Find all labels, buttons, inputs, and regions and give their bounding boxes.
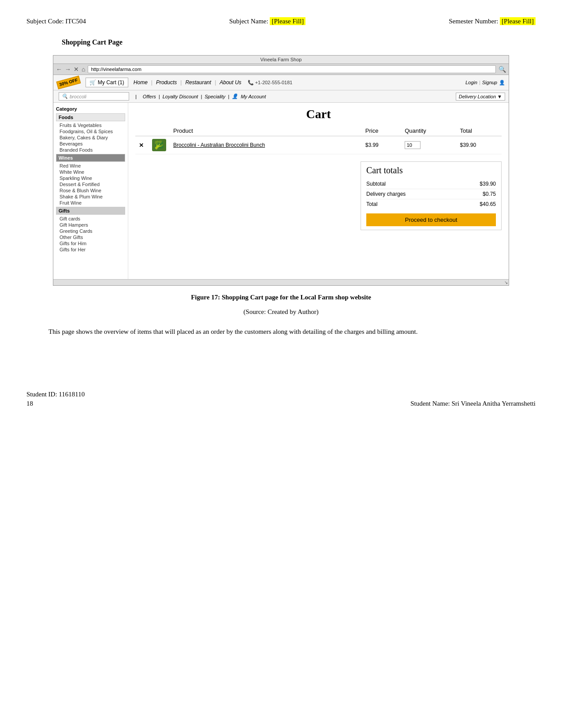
back-button[interactable]: ←	[56, 66, 62, 73]
login-signup: Login | Signup 👤	[465, 80, 505, 86]
checkout-button[interactable]: Proceed to checkout	[366, 213, 496, 226]
sale-badge-wrapper: 30% OFF	[57, 78, 80, 86]
category-header-gifts[interactable]: Gifts	[56, 207, 125, 215]
url-bar[interactable]	[88, 65, 496, 73]
cart-totals-heading: Cart totals	[366, 165, 496, 175]
list-item[interactable]: Red Wine	[56, 163, 125, 169]
delivery-location[interactable]: Delivery Location ▼	[456, 93, 505, 101]
subtotal-value: $39.90	[480, 181, 496, 187]
search-icon: 🔍	[62, 93, 68, 99]
cart-main-area: Cart Product Price Quantity Total ✕	[128, 103, 509, 279]
login-link[interactable]: Login	[465, 80, 477, 86]
col-price: Price	[362, 126, 402, 136]
list-item[interactable]: Gift Hampers	[56, 222, 125, 228]
delivery-row: Delivery charges $0.75	[366, 189, 496, 199]
semester-section: Semester Number: [Please Fill]	[449, 18, 536, 25]
list-item[interactable]: Foodgrains, Oil & Spices	[56, 128, 125, 134]
cart-icon: 🛒	[89, 79, 96, 86]
forward-button[interactable]: →	[65, 66, 71, 73]
sidebar: Category Foods Fruits & Vegetables Foodg…	[53, 103, 128, 279]
col-remove	[135, 126, 149, 136]
search-bar[interactable]: 🔍 broccoli	[59, 92, 129, 101]
category-header-foods[interactable]: Foods	[56, 113, 125, 121]
list-item[interactable]: Rose & Blush Wine	[56, 187, 125, 194]
total-value: $40.65	[480, 201, 496, 207]
search-text: broccoli	[70, 94, 86, 99]
col-quantity: Quantity	[401, 126, 456, 136]
sale-badge: 30% OFF	[56, 75, 81, 89]
subject-name-fill: [Please Fill]	[270, 17, 305, 25]
list-item[interactable]: Gifts for Him	[56, 240, 125, 246]
nav-restaurant[interactable]: Restaurant	[185, 79, 211, 86]
signup-link[interactable]: Signup	[482, 80, 497, 86]
list-item[interactable]: Fruit Wine	[56, 200, 125, 206]
phone-number: 📞 +1-202-555-0181	[248, 80, 293, 86]
category-group-gifts: Gifts Gift cards Gift Hampers Greeting C…	[56, 207, 125, 253]
col-img	[149, 126, 170, 136]
cart-heading: Cart	[135, 107, 502, 121]
subtotal-label: Subtotal	[366, 181, 386, 187]
product-image: 🥦	[152, 139, 166, 151]
col-product: Product	[170, 126, 362, 136]
scrollbar-area[interactable]: ↘	[53, 279, 509, 285]
table-row: ✕ 🥦 Broccolini - Australian Broccolini B…	[135, 136, 502, 154]
list-item[interactable]: Fruits & Vegetables	[56, 122, 125, 128]
home-nav-button[interactable]: ⌂	[82, 66, 85, 73]
col-total: Total	[457, 126, 502, 136]
delivery-value: $0.75	[483, 191, 496, 197]
subject-code: Subject Code: ITC504	[26, 18, 86, 25]
list-item[interactable]: Greeting Cards	[56, 228, 125, 234]
remove-item-button[interactable]: ✕	[139, 142, 144, 149]
page-number: 18	[26, 400, 85, 407]
list-item[interactable]: Bakery, Cakes & Diary	[56, 134, 125, 141]
list-item[interactable]: White Wine	[56, 169, 125, 175]
category-group-wines: Wines Red Wine White Wine Sparkling Wine…	[56, 154, 125, 206]
source-caption: (Source: Created by Author)	[26, 308, 536, 316]
nav-offers[interactable]: Offers	[143, 94, 156, 99]
quantity-input[interactable]	[405, 141, 421, 149]
list-item[interactable]: Shake & Plum Wine	[56, 194, 125, 200]
body-text: This page shows the overview of items th…	[26, 326, 536, 338]
list-item[interactable]: Sparkling Wine	[56, 175, 125, 181]
nav-products[interactable]: Products	[156, 79, 177, 86]
student-name: Student Name: Sri Vineela Anitha Yerrams…	[410, 400, 536, 407]
category-header-wines[interactable]: Wines	[56, 154, 125, 162]
category-group-foods: Foods Fruits & Vegetables Foodgrains, Oi…	[56, 113, 125, 153]
total-label: Total	[366, 201, 377, 207]
site-nav-second: 🔍 broccoli | Offers | Loyalty Discount |…	[53, 90, 509, 102]
product-link[interactable]: Broccolini - Australian Broccolini Bunch	[173, 142, 265, 148]
cart-table: Product Price Quantity Total ✕ 🥦 Broccol…	[135, 126, 502, 154]
browser-window: Vineela Farm Shop ← → ✕ ⌂ 🔍 30% OFF 🛒 My…	[53, 55, 509, 286]
user-icon: 👤	[499, 80, 505, 86]
nav-my-account[interactable]: My Account	[241, 94, 266, 99]
product-price: $3.99	[362, 136, 402, 154]
subtotal-row: Subtotal $39.90	[366, 179, 496, 189]
list-item[interactable]: Other Gifts	[56, 234, 125, 240]
list-item[interactable]: Beverages	[56, 141, 125, 147]
browser-search-icon: 🔍	[499, 66, 506, 73]
stop-button[interactable]: ✕	[74, 66, 79, 73]
browser-nav-bar: ← → ✕ ⌂ 🔍	[53, 64, 509, 75]
nav-loyalty-discount[interactable]: Loyalty Discount	[163, 94, 198, 99]
nav-speciality[interactable]: Speciality	[205, 94, 225, 99]
footer-left: Student ID: 11618110 18	[26, 391, 85, 407]
list-item[interactable]: Dessert & Fortified	[56, 181, 125, 187]
site-header: 30% OFF 🛒 My Cart (1) Home | Products | …	[53, 75, 509, 103]
browser-title: Vineela Farm Shop	[261, 57, 302, 62]
site-nav-top: 30% OFF 🛒 My Cart (1) Home | Products | …	[53, 75, 509, 90]
cart-totals: Cart totals Subtotal $39.90 Delivery cha…	[361, 161, 502, 230]
delivery-label: Delivery charges	[366, 191, 406, 197]
doc-header: Subject Code: ITC504 Subject Name: [Plea…	[26, 18, 536, 25]
doc-footer: Student ID: 11618110 18 Student Name: Sr…	[26, 391, 536, 407]
page-title: Shopping Cart Page	[62, 38, 536, 46]
my-account-icon: 👤	[232, 93, 238, 99]
nav-home[interactable]: Home	[134, 79, 148, 86]
cart-label: My Cart (1)	[98, 79, 124, 86]
list-item[interactable]: Branded Foods	[56, 147, 125, 153]
list-item[interactable]: Gift cards	[56, 216, 125, 222]
nav-about-us[interactable]: About Us	[220, 79, 241, 86]
list-item[interactable]: Gifts for Her	[56, 246, 125, 253]
product-total: $39.90	[457, 136, 502, 154]
subject-name-section: Subject Name: [Please Fill]	[229, 18, 305, 25]
cart-button[interactable]: 🛒 My Cart (1)	[86, 78, 128, 87]
